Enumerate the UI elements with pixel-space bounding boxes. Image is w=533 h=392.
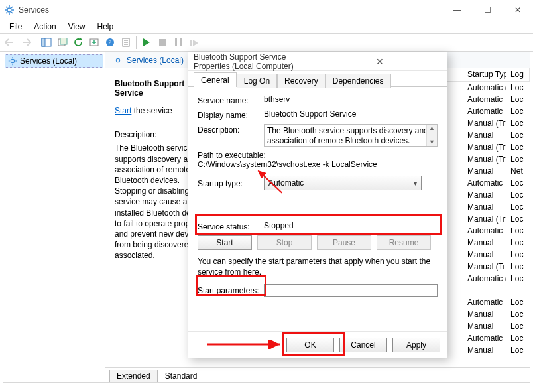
pause-button: Pause [317,235,371,250]
gear-icon [113,56,123,65]
path-value: C:\Windows\system32\svchost.exe -k Local… [198,160,438,169]
titlebar: Services — ☐ ✕ [0,0,533,20]
export-list-button[interactable] [55,35,70,50]
tab-recovery[interactable]: Recovery [277,74,326,88]
tab-dependencies[interactable]: Dependencies [326,74,391,88]
table-row[interactable] [463,285,530,296]
col-startup-type[interactable]: Startup Type [463,68,506,81]
menu-view[interactable]: View [63,21,91,33]
table-row[interactable]: ManualLoc [463,237,530,249]
description-box[interactable]: The Bluetooth service supports discovery… [264,124,438,147]
start-button[interactable]: Start [198,235,252,250]
cell-logon: Loc [506,262,530,271]
minimize-icon: — [453,5,461,15]
menubar: File Action View Help [0,20,533,33]
cell-startup: Automatic [463,107,506,116]
tab-log-on[interactable]: Log On [237,74,277,88]
apply-button[interactable]: Apply [392,338,440,352]
col-logon[interactable]: Log [506,68,530,81]
properties-button[interactable] [119,35,133,50]
close-button[interactable]: ✕ [503,0,533,20]
svg-line-5 [6,7,7,8]
pause-service-button[interactable] [171,35,186,50]
start-params-note: You can specify the start parameters tha… [198,257,438,277]
help-button[interactable]: ? [103,35,117,50]
stop-button: Stop [257,235,312,250]
cell-startup: Manual [463,202,506,212]
tab-general[interactable]: General [194,72,237,87]
maximize-button[interactable]: ☐ [472,0,503,20]
table-row[interactable]: ManualLoc [463,201,530,213]
nav-forward-button[interactable] [19,35,33,50]
minimize-button[interactable]: — [442,0,472,20]
description-label: Description: [198,124,264,135]
table-row[interactable]: ManualLoc [463,308,530,320]
cell-startup: Automatic (D... [463,83,506,92]
tree-item-services-local[interactable]: Services (Local) [5,54,103,68]
svg-line-8 [11,7,13,8]
scroll-up-icon[interactable]: ▲ [429,125,435,132]
export-button[interactable] [87,35,101,50]
menu-help[interactable]: Help [92,21,119,33]
table-row[interactable]: AutomaticLoc [463,332,530,344]
cell-startup: Manual [463,310,506,319]
restart-service-button[interactable] [187,35,202,50]
tab-standard[interactable]: Standard [158,370,205,382]
nav-back-button[interactable] [3,35,17,50]
svg-point-0 [7,8,11,12]
table-row[interactable]: Manual (Trig...Loc [463,213,530,225]
table-row[interactable]: AutomaticLoc [463,225,530,237]
table-row[interactable]: Automatic (D...Loc [463,82,530,94]
cell-logon: Loc [506,226,530,235]
cell-logon: Loc [506,178,530,188]
table-row[interactable]: AutomaticLoc [463,94,530,105]
svg-line-7 [6,12,7,13]
startup-type-select[interactable]: Automatic ▾ [264,176,422,190]
table-row[interactable]: Automatic (D...Loc [463,273,530,285]
table-row[interactable]: ManualLoc [463,129,530,141]
table-row[interactable]: AutomaticLoc [463,105,530,117]
description-scrollbar[interactable]: ▲▼ [426,125,437,146]
start-link[interactable]: Start [115,106,131,115]
dialog-close-button[interactable]: ✕ [318,56,442,67]
table-row[interactable]: AutomaticLoc [463,296,530,308]
window-title: Services [19,5,442,15]
cell-startup: Automatic (D... [463,274,506,283]
table-row[interactable]: ManualLoc [463,189,530,201]
cell-logon: Loc [506,119,530,128]
cell-startup: Manual [463,238,506,247]
menu-action[interactable]: Action [29,21,61,33]
service-properties-dialog: Bluetooth Support Service Properties (Lo… [188,52,447,358]
cell-logon: Loc [506,274,530,283]
service-name-value: bthserv [264,95,438,104]
ok-button[interactable]: OK [286,338,334,352]
table-row[interactable]: AutomaticLoc [463,177,530,189]
svg-rect-21 [175,38,177,46]
path-label: Path to executable: [198,151,438,160]
refresh-button[interactable] [71,35,86,50]
table-row[interactable]: Manual (Trig...Loc [463,261,530,273]
cell-startup: Automatic [463,334,506,343]
menu-file[interactable]: File [4,21,27,33]
table-row[interactable]: Manual (Trig...Loc [463,153,530,165]
table-row[interactable]: ManualLoc [463,249,530,261]
table-row[interactable]: Manual (Trig...Loc [463,117,530,129]
show-hide-tree-button[interactable] [39,35,54,50]
cancel-button[interactable]: Cancel [339,338,387,352]
table-row[interactable]: Manual (Trig...Loc [463,141,530,153]
stop-service-button[interactable] [155,35,170,50]
cell-logon: Loc [506,95,530,104]
cell-startup: Manual [463,190,506,200]
table-row[interactable]: ManualLoc [463,320,530,332]
cell-startup: Manual (Trig... [463,214,506,224]
dialog-titlebar[interactable]: Bluetooth Support Service Properties (Lo… [188,52,447,71]
tab-extended[interactable]: Extended [109,370,158,382]
table-row[interactable]: ManualNet [463,165,530,177]
resume-button: Resume [377,235,431,250]
svg-point-29 [116,58,119,62]
start-params-input[interactable] [264,284,438,297]
start-service-button[interactable] [139,35,154,50]
view-tabs: Extended Standard [105,367,530,382]
scroll-down-icon[interactable]: ▼ [429,139,435,146]
table-row[interactable]: ManualLoc [463,344,530,356]
